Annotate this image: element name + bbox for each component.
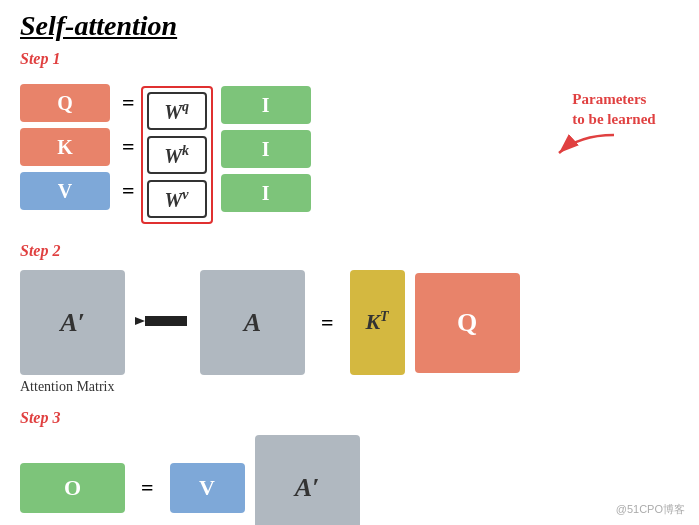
wq-box: Wq (147, 92, 207, 130)
step2-section: Step 2 A′ (20, 242, 679, 395)
i-box-2: I (221, 130, 311, 168)
step1-inputs: Q = K = V = (20, 84, 141, 210)
params-arrow (549, 131, 619, 165)
step3-section: Step 3 O = V A′ (20, 409, 679, 525)
q2-box: Q (415, 273, 520, 373)
k-row: K = (20, 128, 141, 166)
w-i-group: Wq Wk Wv I I I (141, 86, 311, 224)
i-box-3: I (221, 174, 311, 212)
step3-label: Step 3 (20, 409, 60, 426)
a-box: A (200, 270, 305, 375)
wk-box: Wk (147, 136, 207, 174)
kt-box: KT (350, 270, 405, 375)
wv-box: Wv (147, 180, 207, 218)
step2-row: A′ A = KT (20, 270, 679, 375)
step1-label: Step 1 (20, 50, 141, 68)
w-matrices-group: Wq Wk Wv (141, 86, 213, 224)
page-title: Self-attention (20, 10, 679, 42)
i-box-1: I (221, 86, 311, 124)
params-label: Parametersto be learned (572, 90, 655, 129)
step2-label: Step 2 (20, 242, 60, 259)
attention-matrix-label: Attention Matrix (20, 379, 679, 395)
q-row: Q = (20, 84, 141, 122)
main-container: Self-attention Step 1 Q = K = V = (0, 0, 699, 525)
left-arrow (135, 300, 190, 346)
v-box: V (20, 172, 110, 210)
aprime-box: A′ (20, 270, 125, 375)
o-box: O (20, 463, 125, 513)
i-boxes: I I I (221, 86, 311, 224)
params-annotation: Parametersto be learned (549, 90, 679, 165)
step3-row: O = V A′ (20, 435, 679, 525)
v3-box: V (170, 463, 245, 513)
k-box: K (20, 128, 110, 166)
q-box: Q (20, 84, 110, 122)
watermark: @51CPO博客 (616, 502, 685, 517)
v-row: V = (20, 172, 141, 210)
aprime3-box: A′ (255, 435, 360, 525)
